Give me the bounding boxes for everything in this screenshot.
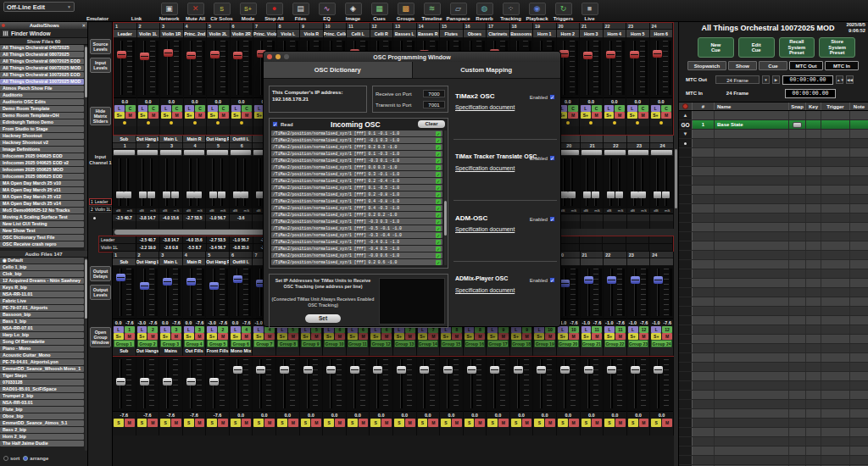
cue-row[interactable] [679,335,868,344]
files-button[interactable]: ▤Files [287,0,314,22]
mtc-funnel-icon[interactable]: ▼ [762,75,770,84]
matrix-level-handle[interactable] [233,191,241,198]
input-mute-button[interactable]: M [219,112,229,119]
audio-file-item[interactable]: PE-79-07.01_Airports [0,305,84,311]
cue-row[interactable] [679,307,868,316]
group-fader-handle[interactable] [584,366,593,374]
group-solo-button[interactable]: S [114,419,124,427]
group-fader-handle[interactable] [514,366,523,374]
mtc-rewind-icon[interactable]: ◀◀ [846,75,854,84]
output-mute-button[interactable]: M [545,333,555,340]
enabled-checkbox[interactable]: ✓ [549,277,555,283]
group-mute-button[interactable]: M [405,419,415,427]
cue-down-icon[interactable]: ▼ [683,131,688,136]
group-mute-button[interactable]: M [475,419,485,427]
input-mute-button[interactable]: M [638,112,648,119]
osc-message-row[interactable]: /TiMax2/position/normalised_xyz/1 [fff] … [271,232,442,238]
input-link-button[interactable]: L [185,105,195,112]
audio-file-item[interactable]: 07033128 [0,380,84,386]
group-solo-button[interactable]: S [277,419,287,427]
show-file-item[interactable]: Infocomm 2025 040625 EOD [0,153,84,159]
input-solo-button[interactable]: S+ [231,112,242,119]
input-mute-button[interactable]: M [242,112,252,119]
group-mute-button[interactable]: M [662,419,672,427]
cue-row[interactable] [679,297,868,307]
output-mute-button[interactable]: M [662,333,672,340]
audio-file-item[interactable]: Piano - Mono [0,346,84,352]
osc-message-row[interactable]: /TiMax2/position/normalised_xyz/1 [fff] … [271,252,442,258]
specification-document-link[interactable]: Specification document [455,226,515,232]
input-link-button[interactable]: L [231,105,242,112]
group-fader-handle[interactable] [397,366,406,374]
matrix-delay-handle[interactable] [218,191,225,198]
input-mute-button[interactable]: M [195,112,205,119]
audio-file-item[interactable]: Horn 2_bip [0,434,84,440]
osc-message-row[interactable]: /TiMax2/position/normalised_xyz/1 [fff] … [271,198,442,204]
group-solo-button[interactable]: S [511,419,521,427]
group-mute-button[interactable]: M [125,419,135,427]
output-fader-handle[interactable] [654,276,663,284]
group-label[interactable]: Group 1 [114,340,135,347]
group-label[interactable]: Group 19 [534,340,555,347]
audio-file-item[interactable]: Bass 1_bip [0,319,84,325]
group-fader-handle[interactable] [186,378,196,386]
group-mute-button[interactable]: M [639,419,649,427]
output-link-button[interactable]: L [511,326,521,333]
sort-radio[interactable]: sort [3,456,19,461]
network-button[interactable]: ▣Network [156,0,182,22]
audio-file-item[interactable]: ◉ Default [0,258,84,264]
output-solo-button[interactable]: S+ [370,333,381,340]
show-file-item[interactable]: Auditorio [0,92,84,98]
output-mute-button[interactable]: M [335,333,345,340]
output-link-button[interactable]: L [628,326,638,333]
group-mute-button[interactable]: M [592,419,602,427]
input-fader-handle[interactable] [117,51,126,58]
input-center-button[interactable]: C [219,105,229,112]
group-fader-handle[interactable] [280,366,289,374]
show-file-item[interactable]: MA Open Day March 25 v11 [0,187,84,193]
matrix-level-handle[interactable] [163,191,170,198]
output-link-button[interactable]: L [184,326,194,333]
output-group-number[interactable]: 3 [171,326,181,333]
clear-solos-button[interactable]: SClr Solos [209,0,235,22]
matrix-send-cell[interactable]: -5.5 8.7 [183,244,207,251]
input-link-button[interactable]: L [581,105,591,112]
output-solo-button[interactable]: S+ [465,333,475,340]
show-file-item[interactable]: Edinburgh Tattoo Demo [0,119,84,125]
show-file-item[interactable]: Auditorio OSC Edits [0,99,84,105]
group-label[interactable]: Group 9 [301,340,322,347]
matrix-level-handle[interactable] [583,191,591,198]
group-label[interactable]: Group 7 [253,340,275,347]
group-solo-button[interactable]: S [184,419,194,427]
stop-all-button[interactable]: ●Stop All [261,0,287,22]
output-mute-button[interactable]: M [522,333,532,340]
input-link-button[interactable]: L [604,105,615,112]
output-solo-button[interactable]: S+ [184,333,194,340]
matrix-send-cell[interactable] [580,236,604,243]
group-solo-button[interactable]: S [231,419,241,427]
matrix-pan-slider[interactable] [650,149,673,156]
matrix-send-cell[interactable]: -0.8 35.0 [230,244,253,251]
input-solo-button[interactable]: S+ [161,112,171,119]
matrix-pan-slider[interactable] [604,149,626,156]
cue-row[interactable] [679,241,868,251]
cue-row[interactable] [679,447,868,456]
audio-file-item[interactable]: Bassoon_bip [0,312,84,318]
input-solo-button[interactable]: S+ [185,112,195,119]
cue-tab-show[interactable]: Show [728,61,757,70]
group-solo-button[interactable]: S [207,419,217,427]
audio-file-item[interactable]: RAD01-85.01_SciFiSpace [0,386,84,392]
group-mute-button[interactable]: M [218,419,228,427]
matrix-pan-slider[interactable] [159,149,182,156]
input-channel-item-1[interactable]: 1Leader [89,198,112,205]
matrix-level-handle[interactable] [654,191,661,198]
matrix-send-cell[interactable]: -3.4 56.7 [207,244,231,251]
show-file-item[interactable]: MA Open Day March 25 v12 [0,194,84,200]
output-mute-button[interactable]: M [218,333,228,340]
live-button[interactable]: ■Live [576,0,603,22]
new-cue-button[interactable]: New Cue [698,37,734,58]
input-link-button[interactable]: L [651,105,661,112]
open-group-window-button[interactable]: Open Group Window [90,327,111,347]
input-solo-button[interactable]: S+ [138,112,148,119]
audio-file-item[interactable]: Harp Lo_bip [0,332,84,338]
